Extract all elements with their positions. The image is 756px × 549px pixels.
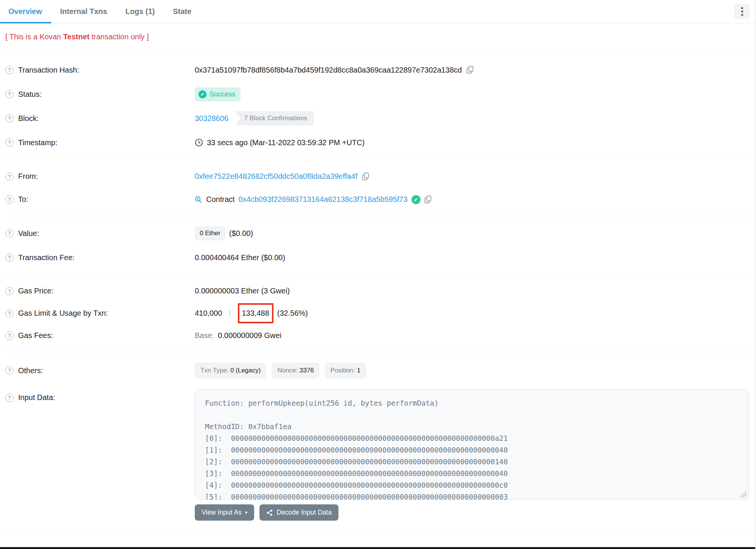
tab-state[interactable]: State xyxy=(164,1,200,23)
copy-icon[interactable] xyxy=(424,195,432,204)
gas-price-label: Gas Price: xyxy=(18,287,53,295)
help-icon[interactable]: ? xyxy=(5,287,14,295)
section-value: ? Value: 0 Ether ($0.00) ? Transaction F… xyxy=(5,216,750,274)
row-block: ? Block: 30328606 7 Block Confirmations xyxy=(5,106,750,130)
base-fee-value: 0.000000009 Gwei xyxy=(218,331,281,340)
block-number-link[interactable]: 30328606 xyxy=(195,114,228,123)
row-transaction-fee: ? Transaction Fee: 0.000400464 Ether ($0… xyxy=(5,245,750,270)
row-gas-price: ? Gas Price: 0.000000003 Ether (3 Gwei) xyxy=(5,280,750,302)
gas-used-value: 133,488 xyxy=(242,309,269,317)
help-icon[interactable]: ? xyxy=(5,90,14,98)
help-icon[interactable]: ? xyxy=(5,332,14,340)
row-status: ? Status: ✔ Success xyxy=(5,82,750,106)
txn-type-badge: Txn Type: 0 (Legacy) xyxy=(195,363,266,378)
input-data-actions: View Input As ▾ Decode Input Data xyxy=(195,504,750,527)
method-id: MethodID: 0x7bbaf1ea xyxy=(205,421,739,433)
row-transaction-hash: ? Transaction Hash: 0x371a51097fb78df856… xyxy=(5,58,750,82)
row-gas-limit-usage: ? Gas Limit & Usage by Txn: 410,000 | 13… xyxy=(5,302,750,324)
from-address-link[interactable]: 0xfee7522e8482682cf50ddc50a0f8da2a39effa… xyxy=(195,172,357,181)
bottom-divider xyxy=(5,532,750,533)
tab-logs[interactable]: Logs (1) xyxy=(116,1,164,23)
resize-handle[interactable] xyxy=(740,492,747,498)
transaction-hash-label: Transaction Hash: xyxy=(18,66,79,74)
gas-limit-value: 410,000 xyxy=(195,309,222,318)
input-word: [0]: 00000000000000000000000000000000000… xyxy=(205,433,739,444)
others-label: Others: xyxy=(18,366,43,375)
section-summary: ? Transaction Hash: 0x371a51097fb78df856… xyxy=(5,53,750,160)
input-word: [4]: 00000000000000000000000000000000000… xyxy=(205,479,739,491)
status-badge: ✔ Success xyxy=(195,87,241,101)
usd-value: ($0.00) xyxy=(229,229,253,238)
input-word: [1]: 00000000000000000000000000000000000… xyxy=(205,444,739,456)
help-icon[interactable]: ? xyxy=(5,138,14,147)
value-label: Value: xyxy=(18,229,39,238)
row-input-data: ? Input Data: Function: performUpkeep(ui… xyxy=(5,389,750,500)
ether-value-badge: 0 Ether xyxy=(195,226,225,240)
gas-price-value: 0.000000003 Ether (3 Gwei) xyxy=(195,287,290,295)
row-value: ? Value: 0 Ether ($0.00) xyxy=(5,221,750,245)
section-addresses: ? From: 0xfee7522e8482682cf50ddc50a0f8da… xyxy=(5,160,750,216)
input-data-textarea[interactable]: Function: performUpkeep(uint256 id, byte… xyxy=(195,389,749,500)
row-others: ? Others: Txn Type: 0 (Legacy) Nonce: 33… xyxy=(5,357,750,384)
transaction-hash-value: 0x371a51097fb78df856f8b4a7bd459f192d8cc8… xyxy=(195,66,462,74)
gas-limit-label: Gas Limit & Usage by Txn: xyxy=(18,309,108,318)
help-icon[interactable]: ? xyxy=(5,309,14,318)
block-label: Block: xyxy=(18,114,39,123)
view-input-as-button[interactable]: View Input As ▾ xyxy=(195,504,254,521)
tab-internal-txns[interactable]: Internal Txns xyxy=(51,1,116,23)
transaction-fee-value: 0.000400464 Ether ($0.00) xyxy=(195,253,285,262)
vertical-ellipsis-icon xyxy=(741,7,743,16)
nonce-badge: Nonce: 3376 xyxy=(272,363,319,378)
block-confirmations-badge: 7 Block Confirmations xyxy=(234,111,314,126)
input-word: [3]: 00000000000000000000000000000000000… xyxy=(205,468,739,479)
transaction-overview-page: Overview Internal Txns Logs (1) State [ … xyxy=(0,0,756,549)
gas-fees-label: Gas Fees: xyxy=(18,331,53,340)
transaction-fee-label: Transaction Fee: xyxy=(18,253,75,262)
help-icon[interactable]: ? xyxy=(5,229,14,237)
help-icon[interactable]: ? xyxy=(5,172,14,181)
help-icon[interactable]: ? xyxy=(5,114,14,123)
row-gas-fees: ? Gas Fees: Base: 0.000000009 Gwei xyxy=(5,324,750,347)
window-bottom-edge xyxy=(0,547,755,549)
annotation-highlight-box: 133,488 xyxy=(238,303,273,323)
separator: | xyxy=(226,309,234,318)
help-icon[interactable]: ? xyxy=(5,253,14,262)
verified-check-icon: ✔ xyxy=(411,195,421,204)
status-label: Status: xyxy=(18,90,42,99)
decode-input-data-button[interactable]: Decode Input Data xyxy=(259,504,338,521)
position-badge: Position: 1 xyxy=(325,363,366,378)
chevron-down-icon: ▾ xyxy=(245,510,248,515)
row-timestamp: ? Timestamp: 33 secs ago (Mar-11-2022 03… xyxy=(5,130,750,155)
to-contract-kind: Contract xyxy=(206,195,235,204)
to-label: To: xyxy=(18,195,28,204)
input-data-label: Input Data: xyxy=(18,393,55,402)
help-icon[interactable]: ? xyxy=(5,394,14,402)
copy-icon[interactable] xyxy=(362,172,369,181)
section-gas: ? Gas Price: 0.000000003 Ether (3 Gwei) … xyxy=(5,274,750,352)
tab-bar: Overview Internal Txns Logs (1) State xyxy=(0,0,755,23)
section-others-input: ? Others: Txn Type: 0 (Legacy) Nonce: 33… xyxy=(5,352,750,532)
row-from: ? From: 0xfee7522e8482682cf50ddc50a0f8da… xyxy=(5,165,750,188)
help-icon[interactable]: ? xyxy=(5,366,14,375)
zoom-in-icon[interactable] xyxy=(195,196,202,203)
timestamp-label: Timestamp: xyxy=(18,138,57,147)
gas-used-percent: (32.56%) xyxy=(277,309,308,318)
tab-overview[interactable]: Overview xyxy=(0,1,51,23)
input-word: [5]: 00000000000000000000000000000000000… xyxy=(205,491,739,500)
base-fee-label: Base: xyxy=(195,331,214,340)
copy-icon[interactable] xyxy=(466,66,474,74)
input-word: [2]: 00000000000000000000000000000000000… xyxy=(205,456,739,468)
timestamp-value: 33 secs ago (Mar-11-2022 03:59:32 PM +UT… xyxy=(207,138,365,147)
check-circle-icon: ✔ xyxy=(199,90,206,98)
clock-icon xyxy=(195,138,203,147)
from-label: From: xyxy=(18,172,38,181)
to-address-link[interactable]: 0x4cb093f226983713164a62138c3f718a5b595f… xyxy=(239,195,408,204)
more-options-button[interactable] xyxy=(734,4,750,19)
testnet-warning: [ This is a Kovan Testnet transaction on… xyxy=(0,23,755,53)
help-icon[interactable]: ? xyxy=(5,195,14,204)
decode-icon xyxy=(266,509,273,516)
help-icon[interactable]: ? xyxy=(5,66,14,74)
function-signature: Function: performUpkeep(uint256 id, byte… xyxy=(205,397,739,409)
row-to: ? To: Contract 0x4cb093f226983713164a621… xyxy=(5,188,750,211)
